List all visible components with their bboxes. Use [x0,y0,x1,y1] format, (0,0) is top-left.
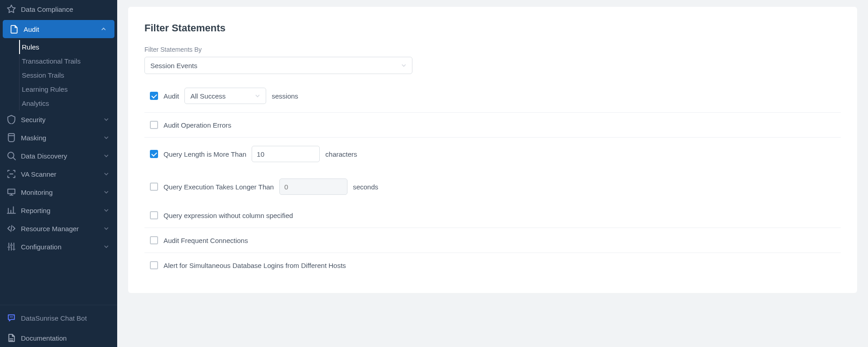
file-icon [9,25,19,34]
query-len-suffix: characters [325,150,357,158]
audit-label: Audit [164,92,179,100]
chevron-down-icon [104,171,109,177]
audit-mode-value: All Success [190,92,226,100]
chevron-down-icon [104,135,109,140]
sliders-icon [6,242,16,251]
sidebar-item-resource-manager[interactable]: Resource Manager [0,219,117,238]
sidebar-documentation[interactable]: Documentation [0,331,117,347]
chevron-down-icon [104,189,109,195]
sidebar: Data ComplianceAuditRulesTransactional T… [0,0,117,347]
filter-query-len-row: Query Length is More Than characters [144,137,841,170]
chevron-down-icon [104,117,109,122]
filter-audit-row: Audit All Success sessions [144,79,841,112]
filter-simul-login-row: Alert for Simultaneous Database Logins f… [144,253,841,278]
search-icon [6,151,16,160]
freq-conn-label: Audit Frequent Connections [164,237,248,244]
filter-op-errors-row: Audit Operation Errors [144,112,841,137]
freq-conn-checkbox[interactable] [150,236,158,244]
audit-suffix: sessions [272,92,298,100]
sidebar-chatbot[interactable]: DataSunrise Chat Bot [0,305,117,331]
sidebar-item-label: Security [21,116,99,124]
chart-icon [6,206,16,215]
sidebar-sub-item-rules[interactable]: Rules [0,40,117,54]
sidebar-item-data-discovery[interactable]: Data Discovery [0,147,117,165]
sidebar-item-audit[interactable]: Audit [3,20,114,38]
op-errors-checkbox[interactable] [150,121,158,129]
sidebar-item-label: Audit [24,25,96,33]
simul-login-label: Alert for Simultaneous Database Logins f… [164,262,346,269]
query-len-input[interactable] [252,146,320,162]
document-icon [6,333,16,342]
content: Filter Statements Filter Statements By S… [117,0,868,347]
exec-time-checkbox[interactable] [150,183,158,191]
sidebar-chatbot-label: DataSunrise Chat Bot [21,314,109,322]
sidebar-sub-item-transactional-trails[interactable]: Transactional Trails [0,54,117,68]
scan-icon [6,169,16,178]
sidebar-item-monitoring[interactable]: Monitoring [0,183,117,201]
sidebar-sub-item-session-trails[interactable]: Session Trails [0,68,117,82]
filter-by-select[interactable]: Session Events [144,57,412,74]
filter-no-column-row: Query expression without column specifie… [144,203,841,228]
filter-freq-conn-row: Audit Frequent Connections [144,228,841,253]
no-column-checkbox[interactable] [150,211,158,219]
audit-checkbox[interactable] [150,92,158,100]
no-column-label: Query expression without column specifie… [164,212,293,219]
sidebar-item-label: Data Discovery [21,152,99,160]
sidebar-item-label: Resource Manager [21,225,99,233]
sidebar-item-label: VA Scanner [21,170,99,178]
sidebar-main-list: Data ComplianceAuditRulesTransactional T… [0,0,117,256]
chevron-up-icon [101,26,106,32]
exec-time-input[interactable] [279,178,347,195]
sidebar-item-label: Monitoring [21,188,99,196]
chevron-down-icon [104,208,109,213]
sidebar-item-va-scanner[interactable]: VA Scanner [0,165,117,183]
sidebar-item-masking[interactable]: Masking [0,129,117,147]
chevron-down-icon [104,226,109,231]
audit-mode-select[interactable]: All Success [184,88,266,104]
sidebar-item-data-compliance[interactable]: Data Compliance [0,0,117,18]
sidebar-sub-item-learning-rules[interactable]: Learning Rules [0,82,117,96]
sidebar-item-label: Configuration [21,243,99,251]
star-icon [6,5,16,14]
simul-login-checkbox[interactable] [150,261,158,269]
chevron-down-icon [104,153,109,159]
query-len-label: Query Length is More Than [164,150,246,158]
monitor-icon [6,188,16,197]
filter-by-label: Filter Statements By [144,46,841,53]
chevron-down-icon [255,93,260,99]
sidebar-item-security[interactable]: Security [0,110,117,129]
chevron-down-icon [104,244,109,249]
sidebar-item-reporting[interactable]: Reporting [0,201,117,219]
sidebar-item-label: Data Compliance [21,5,109,13]
exec-time-label: Query Execution Takes Longer Than [164,183,274,191]
op-errors-label: Audit Operation Errors [164,121,231,129]
mask-icon [6,133,16,142]
sidebar-item-label: Reporting [21,207,99,214]
sidebar-item-label: Masking [21,134,99,142]
query-len-checkbox[interactable] [150,150,158,158]
shield-icon [6,115,16,124]
filter-statements-card: Filter Statements Filter Statements By S… [128,7,857,293]
sidebar-item-configuration[interactable]: Configuration [0,238,117,256]
code-icon [6,224,16,233]
filter-exec-time-row: Query Execution Takes Longer Than second… [144,170,841,203]
filter-by-value: Session Events [150,62,197,69]
chevron-down-icon [401,63,407,68]
card-title: Filter Statements [144,22,841,34]
sidebar-documentation-label: Documentation [21,334,109,342]
exec-time-suffix: seconds [353,183,378,191]
sidebar-sub-item-analytics[interactable]: Analytics [0,96,117,110]
chatbot-icon [6,313,16,322]
